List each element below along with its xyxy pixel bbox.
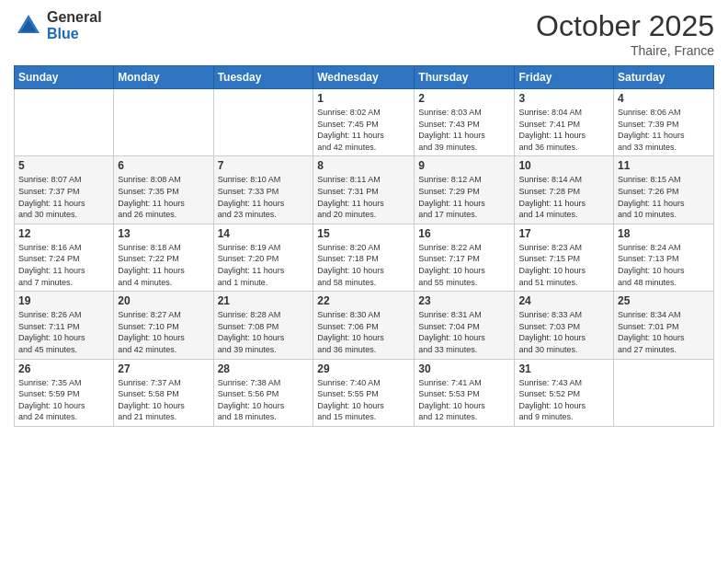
day-cell — [114, 89, 213, 156]
day-number: 12 — [18, 227, 109, 240]
day-info: Sunrise: 8:27 AM Sunset: 7:10 PM Dayligh… — [118, 309, 209, 355]
day-cell: 26Sunrise: 7:35 AM Sunset: 5:59 PM Dayli… — [15, 359, 114, 426]
day-cell: 17Sunrise: 8:23 AM Sunset: 7:15 PM Dayli… — [515, 224, 614, 291]
day-info: Sunrise: 8:08 AM Sunset: 7:35 PM Dayligh… — [118, 174, 209, 220]
day-number: 14 — [218, 227, 310, 240]
day-number: 9 — [418, 159, 510, 172]
day-number: 15 — [317, 227, 410, 240]
day-number: 19 — [18, 294, 109, 307]
day-info: Sunrise: 8:04 AM Sunset: 7:41 PM Dayligh… — [518, 107, 609, 153]
day-number: 29 — [317, 362, 410, 375]
weekday-friday: Friday — [515, 66, 614, 89]
day-number: 21 — [218, 294, 310, 307]
day-info: Sunrise: 8:06 AM Sunset: 7:39 PM Dayligh… — [618, 107, 710, 153]
weekday-sunday: Sunday — [15, 66, 114, 89]
day-number: 26 — [18, 362, 109, 375]
day-cell: 18Sunrise: 8:24 AM Sunset: 7:13 PM Dayli… — [614, 224, 714, 291]
day-info: Sunrise: 8:26 AM Sunset: 7:11 PM Dayligh… — [18, 309, 109, 355]
day-cell: 16Sunrise: 8:22 AM Sunset: 7:17 PM Dayli… — [415, 224, 515, 291]
day-cell: 25Sunrise: 8:34 AM Sunset: 7:01 PM Dayli… — [614, 292, 714, 359]
logo-general: General — [47, 9, 102, 26]
day-cell: 3Sunrise: 8:04 AM Sunset: 7:41 PM Daylig… — [515, 89, 614, 156]
calendar: SundayMondayTuesdayWednesdayThursdayFrid… — [14, 65, 714, 427]
title-block: October 2025 Thaire, France — [536, 9, 714, 58]
day-number: 24 — [518, 294, 609, 307]
month-title: October 2025 — [536, 9, 714, 43]
day-cell: 22Sunrise: 8:30 AM Sunset: 7:06 PM Dayli… — [313, 292, 415, 359]
day-info: Sunrise: 8:18 AM Sunset: 7:22 PM Dayligh… — [118, 242, 209, 288]
day-info: Sunrise: 8:33 AM Sunset: 7:03 PM Dayligh… — [518, 309, 609, 355]
day-number: 5 — [18, 159, 109, 172]
header: General Blue October 2025 Thaire, France — [14, 9, 714, 58]
day-cell: 29Sunrise: 7:40 AM Sunset: 5:55 PM Dayli… — [313, 359, 415, 426]
day-cell: 20Sunrise: 8:27 AM Sunset: 7:10 PM Dayli… — [114, 292, 213, 359]
day-info: Sunrise: 8:02 AM Sunset: 7:45 PM Dayligh… — [317, 107, 410, 153]
day-info: Sunrise: 7:38 AM Sunset: 5:56 PM Dayligh… — [218, 377, 310, 423]
day-info: Sunrise: 7:43 AM Sunset: 5:52 PM Dayligh… — [518, 377, 609, 423]
weekday-thursday: Thursday — [415, 66, 515, 89]
day-cell: 13Sunrise: 8:18 AM Sunset: 7:22 PM Dayli… — [114, 224, 213, 291]
page: General Blue October 2025 Thaire, France… — [0, 0, 728, 563]
day-info: Sunrise: 8:34 AM Sunset: 7:01 PM Dayligh… — [618, 309, 710, 355]
day-info: Sunrise: 8:23 AM Sunset: 7:15 PM Dayligh… — [518, 242, 609, 288]
day-cell: 15Sunrise: 8:20 AM Sunset: 7:18 PM Dayli… — [313, 224, 415, 291]
day-info: Sunrise: 8:10 AM Sunset: 7:33 PM Dayligh… — [218, 174, 310, 220]
day-number: 17 — [518, 227, 609, 240]
day-cell: 27Sunrise: 7:37 AM Sunset: 5:58 PM Dayli… — [114, 359, 213, 426]
day-cell: 9Sunrise: 8:12 AM Sunset: 7:29 PM Daylig… — [415, 156, 515, 224]
weekday-header-row: SundayMondayTuesdayWednesdayThursdayFrid… — [15, 66, 714, 89]
weekday-tuesday: Tuesday — [213, 66, 313, 89]
day-number: 8 — [317, 159, 410, 172]
week-row-3: 19Sunrise: 8:26 AM Sunset: 7:11 PM Dayli… — [15, 292, 714, 359]
day-cell: 5Sunrise: 8:07 AM Sunset: 7:37 PM Daylig… — [15, 156, 114, 224]
day-info: Sunrise: 8:12 AM Sunset: 7:29 PM Dayligh… — [418, 174, 510, 220]
week-row-2: 12Sunrise: 8:16 AM Sunset: 7:24 PM Dayli… — [15, 224, 714, 291]
day-info: Sunrise: 8:14 AM Sunset: 7:28 PM Dayligh… — [518, 174, 609, 220]
day-cell: 10Sunrise: 8:14 AM Sunset: 7:28 PM Dayli… — [515, 156, 614, 224]
weekday-saturday: Saturday — [614, 66, 714, 89]
day-cell: 24Sunrise: 8:33 AM Sunset: 7:03 PM Dayli… — [515, 292, 614, 359]
day-cell: 12Sunrise: 8:16 AM Sunset: 7:24 PM Dayli… — [15, 224, 114, 291]
logo-text: General Blue — [47, 9, 102, 41]
day-number: 18 — [618, 227, 710, 240]
day-cell: 19Sunrise: 8:26 AM Sunset: 7:11 PM Dayli… — [15, 292, 114, 359]
day-number: 13 — [118, 227, 209, 240]
logo: General Blue — [14, 9, 102, 41]
day-cell — [614, 359, 714, 426]
day-number: 27 — [118, 362, 209, 375]
weekday-wednesday: Wednesday — [313, 66, 415, 89]
day-info: Sunrise: 8:15 AM Sunset: 7:26 PM Dayligh… — [618, 174, 710, 220]
week-row-0: 1Sunrise: 8:02 AM Sunset: 7:45 PM Daylig… — [15, 89, 714, 156]
day-info: Sunrise: 7:37 AM Sunset: 5:58 PM Dayligh… — [118, 377, 209, 423]
day-info: Sunrise: 7:35 AM Sunset: 5:59 PM Dayligh… — [18, 377, 109, 423]
day-number: 28 — [218, 362, 310, 375]
day-cell: 8Sunrise: 8:11 AM Sunset: 7:31 PM Daylig… — [313, 156, 415, 224]
day-cell: 30Sunrise: 7:41 AM Sunset: 5:53 PM Dayli… — [415, 359, 515, 426]
day-number: 1 — [317, 92, 410, 105]
day-cell: 21Sunrise: 8:28 AM Sunset: 7:08 PM Dayli… — [213, 292, 313, 359]
day-info: Sunrise: 8:07 AM Sunset: 7:37 PM Dayligh… — [18, 174, 109, 220]
day-cell: 11Sunrise: 8:15 AM Sunset: 7:26 PM Dayli… — [614, 156, 714, 224]
logo-icon — [14, 11, 43, 40]
day-number: 6 — [118, 159, 209, 172]
day-number: 11 — [618, 159, 710, 172]
day-info: Sunrise: 8:31 AM Sunset: 7:04 PM Dayligh… — [418, 309, 510, 355]
day-info: Sunrise: 8:20 AM Sunset: 7:18 PM Dayligh… — [317, 242, 410, 288]
day-number: 7 — [218, 159, 310, 172]
day-cell: 7Sunrise: 8:10 AM Sunset: 7:33 PM Daylig… — [213, 156, 313, 224]
location: Thaire, France — [536, 43, 714, 58]
week-row-4: 26Sunrise: 7:35 AM Sunset: 5:59 PM Dayli… — [15, 359, 714, 426]
day-number: 30 — [418, 362, 510, 375]
logo-blue: Blue — [47, 26, 102, 42]
day-cell: 1Sunrise: 8:02 AM Sunset: 7:45 PM Daylig… — [313, 89, 415, 156]
day-info: Sunrise: 7:41 AM Sunset: 5:53 PM Dayligh… — [418, 377, 510, 423]
day-number: 4 — [618, 92, 710, 105]
day-info: Sunrise: 8:19 AM Sunset: 7:20 PM Dayligh… — [218, 242, 310, 288]
day-info: Sunrise: 8:16 AM Sunset: 7:24 PM Dayligh… — [18, 242, 109, 288]
day-number: 10 — [518, 159, 609, 172]
day-info: Sunrise: 7:40 AM Sunset: 5:55 PM Dayligh… — [317, 377, 410, 423]
day-number: 23 — [418, 294, 510, 307]
day-number: 3 — [518, 92, 609, 105]
day-cell: 28Sunrise: 7:38 AM Sunset: 5:56 PM Dayli… — [213, 359, 313, 426]
day-info: Sunrise: 8:22 AM Sunset: 7:17 PM Dayligh… — [418, 242, 510, 288]
